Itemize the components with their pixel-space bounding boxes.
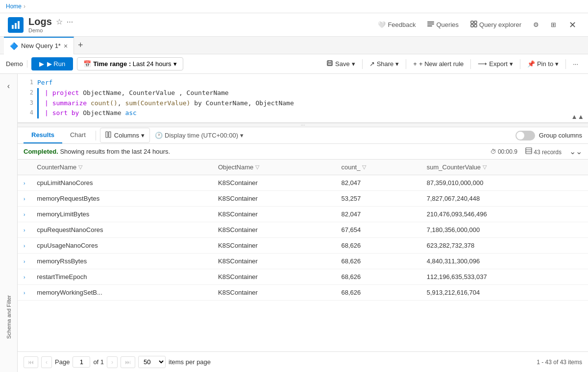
run-button[interactable]: ▶ ▶ Run xyxy=(31,57,73,70)
query-explorer-button[interactable]: Query explorer xyxy=(467,19,524,31)
filter-icon-count[interactable]: ▽ xyxy=(362,164,366,170)
svg-rect-12 xyxy=(328,63,332,65)
cell-countername: memoryLimitBytes xyxy=(31,207,212,222)
cell-objectname: K8SContainer xyxy=(212,285,335,301)
breadcrumb-home[interactable]: Home xyxy=(6,3,22,10)
cell-objectname: K8SContainer xyxy=(212,269,335,285)
status-text: Completed. Showing results from the last… xyxy=(24,148,170,155)
page-last-button[interactable]: ⏭ xyxy=(121,356,135,368)
per-page-select[interactable]: 50 100 200 xyxy=(138,356,166,368)
records-icon xyxy=(525,149,534,156)
table-row[interactable]: › cpuRequestNanoCores K8SContainer 67,65… xyxy=(18,222,588,238)
export-button[interactable]: ⟶ Export ▾ xyxy=(474,58,517,70)
filter-icon-objectname[interactable]: ▽ xyxy=(255,164,259,170)
toolbar-more-button[interactable]: ··· xyxy=(569,58,582,70)
code-editor[interactable]: 1 Perf 2 | project ObjectName, CounterVa… xyxy=(18,74,588,123)
content-area: 1 Perf 2 | project ObjectName, CounterVa… xyxy=(18,74,588,372)
table-row[interactable]: › restartTimeEpoch K8SContainer 68,626 1… xyxy=(18,269,588,285)
more-button[interactable]: ··· xyxy=(67,18,73,26)
tab-chart[interactable]: Chart xyxy=(62,127,94,143)
row-expand-icon[interactable]: › xyxy=(24,212,25,217)
cell-sum-countervalue: 87,359,010,000,000 xyxy=(421,175,588,191)
table-header-row: CounterName ▽ ObjectName ▽ xyxy=(18,160,588,175)
cell-countername: restartTimeEpoch xyxy=(31,269,212,285)
cell-countername: memoryWorkingSetB... xyxy=(31,285,212,301)
results-area: Results Chart Columns ▾ 🕐 Display time (… xyxy=(18,127,588,372)
app-title: Logs xyxy=(28,16,52,27)
sidebar-collapse-button[interactable]: ‹ xyxy=(5,78,12,94)
layout-button[interactable]: ⊞ xyxy=(548,19,559,30)
page-first-button[interactable]: ⏮ xyxy=(24,356,38,368)
row-expand-icon[interactable]: › xyxy=(24,243,25,249)
cell-sum-countervalue: 112,196,635,533,037 xyxy=(421,269,588,285)
heart-icon: 🤍 xyxy=(378,21,386,28)
table-row[interactable]: › cpuLimitNanoCores K8SContainer 82,047 … xyxy=(18,175,588,191)
th-expand xyxy=(18,160,31,175)
new-alert-button[interactable]: + + New alert rule xyxy=(409,58,467,70)
filter-icon-countername[interactable]: ▽ xyxy=(78,164,82,170)
page-input[interactable] xyxy=(73,356,90,368)
export-chevron-icon: ▾ xyxy=(510,60,513,68)
star-button[interactable]: ☆ xyxy=(56,17,63,26)
share-button[interactable]: ↗ Share ▾ xyxy=(366,58,403,70)
settings-button[interactable]: ⚙ xyxy=(530,19,542,30)
breadcrumb-bar: Home › xyxy=(0,0,588,13)
sidebar-label[interactable]: Schema and Filter xyxy=(4,291,14,343)
row-expand-icon[interactable]: › xyxy=(24,228,25,233)
filter-icon-sum[interactable]: ▽ xyxy=(483,164,487,170)
svg-rect-4 xyxy=(427,23,434,24)
cell-sum-countervalue: 5,913,212,616,704 xyxy=(421,285,588,301)
cell-sum-countervalue: 4,840,311,300,096 xyxy=(421,254,588,269)
app-header: Logs ☆ ··· Demo 🤍 Feedback Queries xyxy=(0,13,588,37)
row-expand-icon[interactable]: › xyxy=(24,290,25,296)
tab-new-query-1[interactable]: 🔷 New Query 1* × xyxy=(4,37,74,54)
table-row[interactable]: › cpuUsageNanoCores K8SContainer 68,626 … xyxy=(18,238,588,254)
resize-handle[interactable]: ··· xyxy=(18,123,588,127)
cell-objectname: K8SContainer xyxy=(212,238,335,254)
table-row[interactable]: › memoryLimitBytes K8SContainer 82,047 2… xyxy=(18,207,588,222)
cell-sum-countervalue: 7,180,356,000,000 xyxy=(421,222,588,238)
row-expand-icon[interactable]: › xyxy=(24,181,25,186)
table-row[interactable]: › memoryWorkingSetB... K8SContainer 68,6… xyxy=(18,285,588,301)
row-expand-icon[interactable]: › xyxy=(24,259,25,264)
layout-icon: ⊞ xyxy=(551,21,556,28)
save-button[interactable]: Save ▾ xyxy=(322,57,359,70)
table-row[interactable]: › memoryRequestBytes K8SContainer 53,257… xyxy=(18,191,588,207)
save-icon xyxy=(326,60,333,68)
close-button[interactable]: ✕ xyxy=(565,18,580,32)
cell-sum-countervalue: 210,476,093,546,496 xyxy=(421,207,588,222)
tab-bar: 🔷 New Query 1* × + xyxy=(0,37,588,54)
editor-collapse-button[interactable]: ▲▲ xyxy=(571,113,584,120)
sidebar: ‹ Schema and Filter xyxy=(0,74,18,372)
cell-sum-countervalue: 623,282,732,378 xyxy=(421,238,588,254)
svg-rect-1 xyxy=(15,23,17,29)
scope-label: Demo xyxy=(6,60,27,68)
page-label: Page xyxy=(55,358,70,366)
display-time-button[interactable]: 🕐 Display time (UTC+00:00) ▾ xyxy=(150,129,248,142)
pin-to-button[interactable]: 📌 Pin to ▾ xyxy=(523,58,563,70)
new-tab-button[interactable]: + xyxy=(74,40,87,50)
row-expand-icon[interactable]: › xyxy=(24,275,25,280)
tab-results[interactable]: Results xyxy=(24,127,62,143)
time-elapsed: ⏱ 00:00.9 xyxy=(490,148,517,155)
svg-rect-5 xyxy=(427,25,432,26)
columns-icon xyxy=(105,131,112,140)
page-next-button[interactable]: › xyxy=(107,356,118,368)
results-table-container: CounterName ▽ ObjectName ▽ xyxy=(18,160,588,351)
status-expand-button[interactable]: ⌄⌄ xyxy=(569,147,582,156)
page-prev-button[interactable]: ‹ xyxy=(41,356,52,368)
queries-button[interactable]: Queries xyxy=(424,19,462,31)
time-range-button[interactable]: 📅 Time range : Last 24 hours ▾ xyxy=(77,57,183,70)
pin-chevron-icon: ▾ xyxy=(555,60,559,68)
save-chevron-icon: ▾ xyxy=(352,60,355,68)
table-row[interactable]: › memoryRssBytes K8SContainer 68,626 4,8… xyxy=(18,254,588,269)
tab-close-button[interactable]: × xyxy=(64,43,68,49)
calendar-icon: 📅 xyxy=(83,60,91,68)
cell-count: 68,626 xyxy=(335,238,420,254)
row-expand-icon[interactable]: › xyxy=(24,196,25,202)
columns-button[interactable]: Columns ▾ xyxy=(100,128,150,143)
cell-count: 82,047 xyxy=(335,207,420,222)
toggle-switch[interactable] xyxy=(515,131,535,140)
feedback-button[interactable]: 🤍 Feedback xyxy=(375,19,418,30)
group-columns-toggle[interactable]: Group columns xyxy=(515,131,582,140)
